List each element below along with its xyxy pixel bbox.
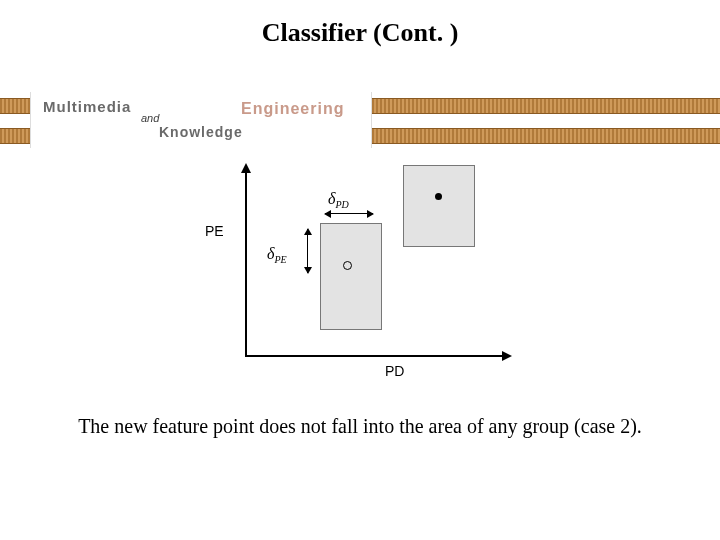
slide-title: Classifier (Cont. ) [0,18,720,48]
banner-logo: Multimedia and Engineering Knowledge [30,92,372,148]
logo-engineering: Engineering [241,100,344,118]
y-axis [245,165,247,355]
delta-pd-sub: PD [335,199,348,210]
group-region-left [320,223,382,330]
classifier-diagram: PE PD δPD δPE [185,165,535,375]
logo-knowledge: Knowledge [159,124,243,140]
caption-text: The new feature point does not fall into… [0,415,720,438]
banner: Multimedia and Engineering Knowledge [0,98,720,142]
logo-multimedia: Multimedia [43,98,131,115]
delta-pd-arrow-icon [325,213,373,214]
x-axis-label: PD [385,363,404,379]
delta-pe-label: δPE [267,245,287,265]
x-axis [245,355,510,357]
delta-pd-label: δPD [328,190,349,210]
filled-point-icon [435,193,442,200]
open-point-icon [343,261,352,270]
delta-pe-arrow-icon [307,229,308,273]
delta-pe-sub: PE [274,254,286,265]
group-region-right [403,165,475,247]
slide: Classifier (Cont. ) Multimedia and Engin… [0,0,720,540]
y-axis-label: PE [205,223,224,239]
logo-and: and [141,112,159,124]
